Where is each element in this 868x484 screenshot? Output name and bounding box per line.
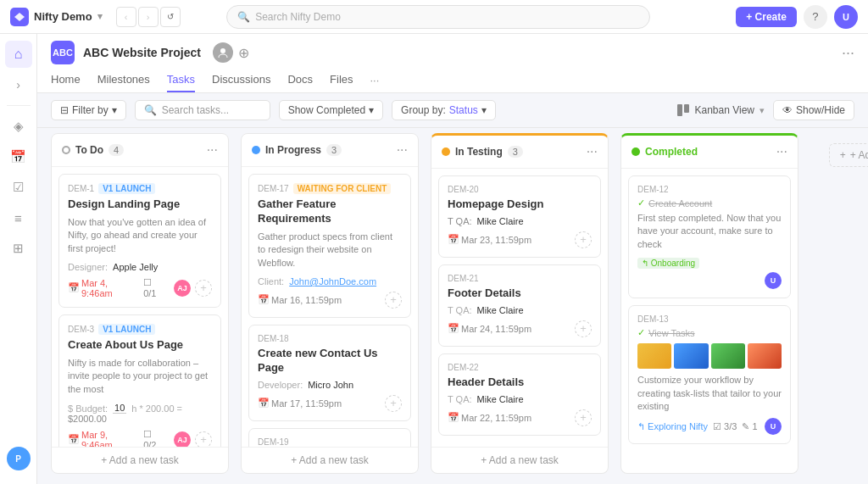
sidebar-item-expand[interactable]: ›: [5, 71, 32, 98]
task-title-dem22: Header Details: [448, 376, 592, 390]
global-search[interactable]: 🔍 Search Nifty Demo: [226, 5, 650, 29]
task-date-dem3: 📅Mar 9, 9:46am ☐ 0/2 AJ +: [68, 429, 212, 447]
add-assignee-button-dem3[interactable]: +: [195, 431, 212, 447]
history-button[interactable]: ↺: [160, 7, 181, 27]
onboarding-tag: ↰ Onboarding: [637, 258, 699, 269]
avatar-dem13: U: [765, 418, 782, 435]
inprogress-more-button[interactable]: ···: [397, 142, 408, 158]
show-hide-button[interactable]: 👁 Show/Hide: [773, 100, 854, 120]
notes-dem13: ✎ 1: [742, 421, 757, 432]
sidebar-item-home[interactable]: ⌂: [5, 41, 32, 68]
testing-status-icon: [442, 147, 450, 156]
task-card-dem18[interactable]: DEM-18 Create new Contact Us Page Develo…: [248, 325, 411, 421]
project-more-icon[interactable]: ···: [842, 44, 854, 62]
back-button[interactable]: ‹: [116, 7, 136, 27]
show-completed-button[interactable]: Show Completed ▾: [279, 100, 383, 120]
add-task-inprogress[interactable]: + Add a new task: [242, 447, 418, 473]
task-desc-dem17: Gather product specs from client to rede…: [258, 231, 402, 270]
nav-home[interactable]: Home: [51, 68, 81, 92]
sidebar-item-grid[interactable]: ⊞: [5, 235, 32, 262]
filter-chevron-icon: ▾: [112, 104, 117, 116]
add-member-icon[interactable]: ⊕: [238, 45, 249, 61]
task-card-dem13[interactable]: DEM-13 ✓ View Tasks Customize your workf…: [628, 305, 791, 444]
task-title-dem20: Homepage Design: [448, 197, 592, 212]
chevron-down-icon: ▾: [97, 11, 103, 22]
add-assignee-dem17[interactable]: +: [385, 292, 402, 309]
todo-more-button[interactable]: ···: [207, 142, 218, 158]
column-completed: Completed ··· DEM-12 ✓ Create Account Fi…: [620, 133, 798, 474]
sidebar-item-overview[interactable]: ◈: [5, 113, 32, 140]
task-meta-dem3: $ Budget: 10 h * 200.00 =: [68, 403, 212, 414]
add-status-button[interactable]: + + Add Status: [829, 143, 868, 167]
search-placeholder: Search Nifty Demo: [255, 11, 341, 23]
project-nav: Home Milestones Tasks Discussions Docs F…: [37, 64, 868, 92]
nav-milestones[interactable]: Milestones: [97, 68, 150, 92]
filter-label: Filter by: [72, 104, 108, 116]
logo-area[interactable]: Nifty Demo ▾: [10, 8, 103, 26]
task-card-dem12[interactable]: DEM-12 ✓ Create Account First step compl…: [628, 175, 791, 298]
project-sidebar-avatar[interactable]: P: [7, 447, 31, 470]
assignees-dem12: U: [637, 272, 782, 289]
task-card-dem3[interactable]: DEM-3 V1 LAUNCH Create About Us Page Nif…: [58, 314, 221, 447]
img-thumb-2: [674, 343, 708, 369]
nav-docs[interactable]: Docs: [287, 68, 313, 92]
add-assignee-button-dem1[interactable]: +: [195, 280, 212, 297]
top-right-actions: + Create ? U: [736, 5, 858, 29]
checklist-dem1: ☐ 0/1: [143, 277, 165, 298]
view-label: Kanban View: [694, 104, 754, 116]
add-task-testing[interactable]: + Add a new task: [431, 447, 608, 473]
project-header: ABC ABC Website Project ⊕ ··· Home Miles…: [37, 34, 868, 93]
completed-item-dem12: ✓ Create Account: [637, 197, 782, 209]
task-date-dem18: 📅Mar 17, 11:59pm +: [258, 395, 402, 412]
task-card-dem21[interactable]: DEM-21 Footer Details T QA: Mike Claire …: [438, 264, 601, 347]
date-icon-dem22: 📅Mar 22, 11:59pm: [448, 412, 531, 423]
add-status-column: + + Add Status: [810, 133, 868, 474]
add-assignee-dem20[interactable]: +: [575, 231, 592, 248]
column-testing: In Testing 3 ··· DEM-20 Homepage Design …: [431, 133, 609, 474]
task-card-dem19[interactable]: DEM-19 Assign Copywriter $ Budget: 5 h *…: [248, 428, 411, 447]
inprogress-count: 3: [326, 144, 342, 156]
add-assignee-dem18[interactable]: +: [385, 395, 402, 412]
add-status-icon: +: [840, 149, 846, 161]
sidebar-item-calendar[interactable]: 📅: [5, 143, 32, 170]
sidebar-item-tasks[interactable]: ☑: [5, 174, 32, 201]
add-assignee-dem22[interactable]: +: [575, 409, 592, 426]
completed-more-button[interactable]: ···: [776, 144, 787, 159]
check-icon-dem13: ✓: [637, 327, 645, 338]
explore-link[interactable]: ↰ Exploring Nifty: [637, 421, 708, 432]
task-card-dem1[interactable]: DEM-1 V1 LAUNCH Design Landing Page Now …: [58, 174, 221, 308]
search-icon: 🔍: [237, 11, 250, 23]
logo-icon: [10, 8, 29, 26]
task-date-dem17: 📅Mar 16, 11:59pm +: [258, 292, 402, 309]
date-icon-dem1: 📅Mar 4, 9:46am: [68, 278, 135, 298]
client-link-dem17[interactable]: John@JohnDoe.com: [289, 276, 376, 287]
filter-button[interactable]: ⊟ Filter by ▾: [51, 100, 126, 120]
nav-discussions[interactable]: Discussions: [212, 68, 270, 92]
task-card-dem20[interactable]: DEM-20 Homepage Design T QA: Mike Claire…: [438, 175, 601, 258]
task-card-dem22[interactable]: DEM-22 Header Details T QA: Mike Claire …: [438, 353, 601, 436]
nav-tasks[interactable]: Tasks: [167, 68, 195, 92]
project-member-icon: [213, 42, 233, 63]
help-button[interactable]: ?: [804, 5, 827, 29]
task-meta-dem20: T QA: Mike Claire: [448, 216, 592, 226]
budget-total-dem3: $2000.00: [68, 414, 212, 424]
testing-more-button[interactable]: ···: [587, 144, 598, 159]
inprogress-body: DEM-17 WAITING FOR CLIENT Gather Feature…: [242, 167, 418, 447]
add-assignee-dem21[interactable]: +: [575, 320, 592, 337]
avatar-aj-dem3: AJ: [174, 431, 191, 447]
column-header-completed: Completed ···: [621, 136, 798, 169]
group-by-button[interactable]: Group by: Status ▾: [392, 100, 496, 120]
completed-body: DEM-12 ✓ Create Account First step compl…: [621, 169, 798, 473]
task-title-dem17: Gather Feature Requirements: [258, 197, 402, 226]
sidebar: ⌂ › ◈ 📅 ☑ ≡ ⊞ P: [0, 34, 37, 484]
nav-files[interactable]: Files: [330, 68, 353, 92]
create-button[interactable]: + Create: [736, 7, 797, 27]
forward-button[interactable]: ›: [138, 7, 159, 27]
avatar-aj: AJ: [174, 280, 191, 297]
add-task-todo[interactable]: + Add a new task: [52, 447, 228, 473]
sidebar-item-list[interactable]: ≡: [5, 204, 32, 231]
task-card-dem17[interactable]: DEM-17 WAITING FOR CLIENT Gather Feature…: [248, 174, 411, 318]
nav-more[interactable]: ···: [370, 74, 380, 86]
search-tasks-input[interactable]: 🔍 Search tasks...: [135, 100, 270, 120]
user-avatar[interactable]: U: [834, 5, 858, 29]
